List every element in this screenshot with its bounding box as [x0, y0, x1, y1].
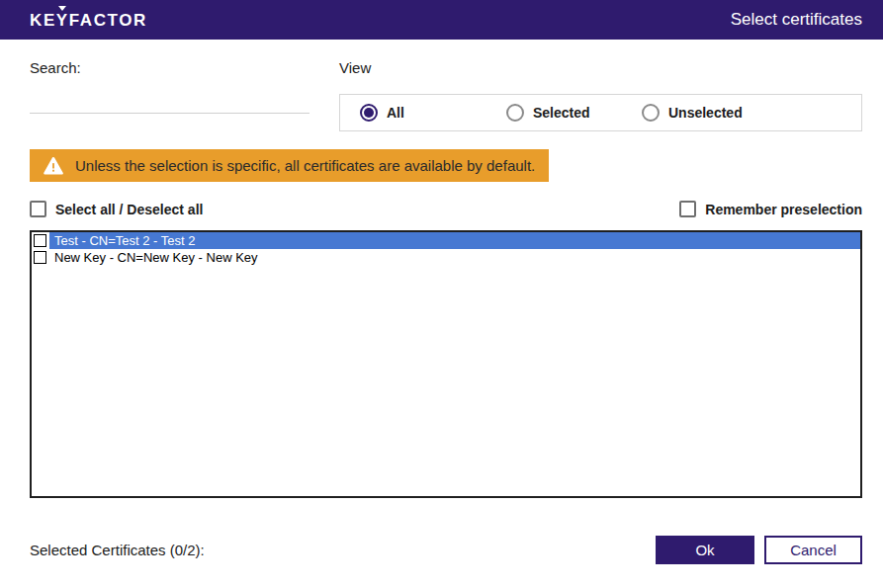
radio-unselected-label: Unselected — [668, 105, 743, 121]
footer-row: Selected Certificates (0/2): Ok Cancel — [30, 536, 862, 564]
selected-certificates-count: Selected Certificates (0/2): — [30, 542, 205, 558]
radio-unselected[interactable]: Unselected — [642, 104, 743, 122]
select-all-label: Select all / Deselect all — [55, 202, 203, 217]
cancel-button[interactable]: Cancel — [764, 536, 862, 564]
footer-buttons: Ok Cancel — [656, 536, 862, 564]
view-label: View — [339, 59, 862, 76]
warning-text: Unless the selection is specific, all ce… — [75, 157, 535, 174]
view-radio-group: All Selected Unselected — [339, 94, 862, 131]
remember-preselection-label: Remember preselection — [705, 202, 862, 217]
select-all-checkbox-item[interactable]: Select all / Deselect all — [30, 201, 203, 217]
logo-letter-y: Y — [56, 12, 69, 29]
header-bar: KEYFACTOR Select certificates — [0, 0, 883, 40]
radio-all-label: All — [387, 105, 404, 121]
certificate-checkbox[interactable] — [34, 251, 46, 264]
certificate-label: New Key - CN=New Key - New Key — [49, 249, 860, 266]
warning-banner: Unless the selection is specific, all ce… — [30, 149, 549, 182]
search-label: Search: — [30, 59, 309, 76]
dialog-title: Select certificates — [731, 10, 862, 30]
certificate-checkbox[interactable] — [34, 234, 46, 247]
certificate-row[interactable]: Test - CN=Test 2 - Test 2 — [32, 232, 860, 249]
remember-preselection-checkbox-item[interactable]: Remember preselection — [679, 201, 862, 217]
radio-selected[interactable]: Selected — [506, 104, 642, 122]
certificate-label: Test - CN=Test 2 - Test 2 — [49, 232, 860, 249]
radio-all-icon[interactable] — [360, 104, 378, 122]
certificate-listbox[interactable]: Test - CN=Test 2 - Test 2 New Key - CN=N… — [30, 230, 862, 498]
logo-text-suffix: FACTOR — [69, 12, 147, 29]
dialog-body: Search: View All Selected Unselected — [0, 59, 883, 564]
radio-selected-icon[interactable] — [506, 104, 524, 122]
logo-text-prefix: KE — [30, 12, 56, 29]
certificate-row[interactable]: New Key - CN=New Key - New Key — [32, 249, 860, 266]
logo-caret-icon — [58, 6, 66, 11]
top-controls-row: Search: View All Selected Unselected — [30, 59, 862, 131]
warning-triangle-icon — [44, 157, 63, 175]
selection-options-row: Select all / Deselect all Remember prese… — [30, 201, 862, 217]
search-input[interactable] — [30, 76, 309, 114]
radio-unselected-icon[interactable] — [642, 104, 660, 122]
view-section: View All Selected Unselected — [339, 59, 862, 131]
radio-selected-label: Selected — [533, 105, 590, 121]
remember-preselection-checkbox[interactable] — [679, 201, 696, 217]
search-section: Search: — [30, 59, 309, 131]
ok-button[interactable]: Ok — [656, 536, 754, 564]
select-all-checkbox[interactable] — [30, 201, 46, 217]
radio-all[interactable]: All — [360, 104, 506, 122]
keyfactor-logo: KEYFACTOR — [30, 12, 147, 29]
